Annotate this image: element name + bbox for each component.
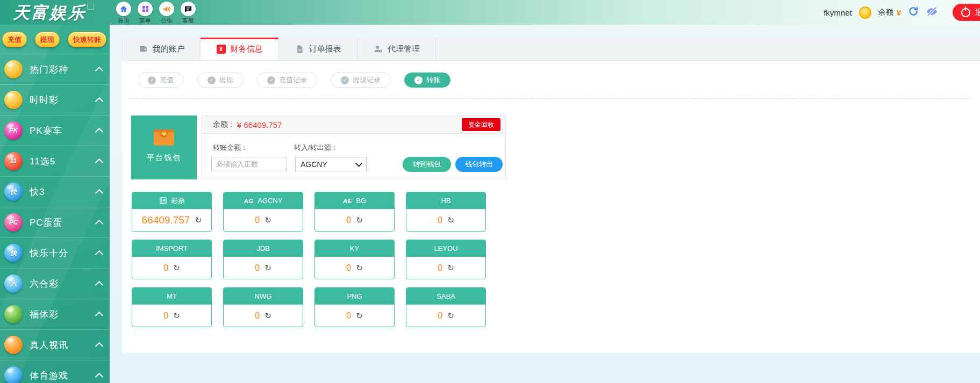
withdraw-button[interactable]: 提现 [35, 32, 60, 47]
wallet-card-jdb: JDB 0 [223, 240, 303, 279]
transfer-panel: 余额： ¥ 66409.757 资金回收 转账金额： 转入/转出源： AGCNY… [202, 115, 506, 179]
refresh-icon[interactable] [447, 215, 454, 225]
check-circle-icon [208, 76, 216, 84]
wallet-card-mt: MT 0 [132, 287, 212, 327]
blue-ball-icon [4, 366, 23, 383]
wallet-cards-grid: 彩票 66409.757 AGAGCNY 0 AEBG 0 HB 0 IMSPO… [132, 192, 486, 327]
blue-ball-icon: 快 [4, 244, 23, 262]
wallet-balance: 0 [438, 215, 442, 225]
wallet-card-lottery: 彩票 66409.757 [132, 192, 212, 232]
agent-icon [373, 44, 383, 54]
check-circle-icon [414, 76, 423, 84]
subtab-withdraw[interactable]: 提现 [197, 73, 244, 88]
transfer-amount-input[interactable] [211, 157, 287, 171]
sidebar-menu: 热门彩种 时时彩 PK PK赛车 11 11选5 快 快3 PC PC蛋蛋 [0, 54, 110, 383]
source-select[interactable]: AGCNY [295, 157, 367, 171]
wallet-balance: 0 [346, 263, 351, 273]
transfer-out-button[interactable]: 钱包转出 [455, 157, 503, 172]
refresh-icon[interactable] [173, 263, 180, 273]
subtab-withdraw-history[interactable]: 提现记录 [331, 73, 391, 88]
sidebar-item-kuaile10[interactable]: 快 快乐十分 [0, 237, 110, 268]
sidebar-item-pc-dandan[interactable]: PC PC蛋蛋 [0, 207, 110, 237]
sidebar-item-11x5[interactable]: 11 11选5 [0, 146, 110, 176]
wallet-icon: ¥ [149, 124, 178, 148]
topbar-account-area: fkymnet 余额 ¥ [824, 0, 938, 25]
blue-ball-icon: 快 [4, 183, 23, 201]
wallet-balance: 0 [255, 263, 260, 273]
sidebar-item-sports[interactable]: 体育游戏 [0, 360, 110, 383]
wallet-balance: 66409.757 [142, 214, 190, 226]
tab-finance-info[interactable]: ¥ 财务信息 [201, 38, 279, 60]
report-icon [295, 45, 304, 54]
refresh-icon[interactable] [356, 263, 363, 273]
wallet-balance: 0 [438, 311, 442, 321]
refresh-balance-icon[interactable] [908, 6, 919, 19]
finance-subtabs: 充值 提现 充值记录 提现记录 转账 [138, 73, 450, 88]
green-ball-icon [4, 305, 23, 323]
sidebar-item-ssc[interactable]: 时时彩 [0, 84, 110, 115]
refresh-icon[interactable] [447, 263, 454, 273]
chevron-up-icon [95, 250, 104, 258]
sidebar-item-kuai3[interactable]: 快 快3 [0, 176, 110, 207]
sidebar-item-hot-lottery[interactable]: 热门彩种 [0, 54, 110, 84]
wallet-card-bg: AEBG 0 [314, 192, 395, 232]
refresh-icon[interactable] [264, 311, 271, 321]
nav-service[interactable]: 客服 [177, 0, 199, 25]
finance-yen-icon: ¥ [217, 45, 226, 54]
deposit-button[interactable]: 充值 [2, 32, 27, 47]
logout-button[interactable]: 退出 [953, 4, 980, 21]
skyblue-ball-icon: 六 [4, 274, 23, 293]
subtab-deposit-history[interactable]: 充值记录 [257, 73, 317, 88]
chevron-up-icon [95, 189, 104, 197]
sidebar-item-futicai[interactable]: 福体彩 [0, 299, 110, 329]
refresh-icon[interactable] [195, 215, 202, 225]
platform-wallet-label: 平台钱包 [131, 153, 197, 163]
eye-off-icon[interactable] [926, 5, 938, 20]
tab-my-account[interactable]: 我的账户 [122, 38, 201, 60]
topbar-nav: 首页 菜单 公告 客服 [113, 0, 199, 25]
refresh-icon[interactable] [173, 311, 180, 321]
recycle-funds-button[interactable]: 资金回收 [462, 118, 500, 131]
nav-menu[interactable]: 菜单 [134, 0, 156, 25]
wallet-card-png: PNG 0 [314, 287, 395, 327]
subtab-transfer[interactable]: 转账 [404, 73, 450, 88]
platform-wallet-tile: ¥ 平台钱包 [131, 115, 197, 179]
orange-ball-icon [4, 336, 23, 354]
dashed-divider [130, 98, 971, 99]
sidebar-item-pk-racing[interactable]: PK PK赛车 [0, 115, 110, 146]
wallet-balance: 0 [255, 215, 260, 225]
logo-seal [87, 3, 94, 10]
subtab-deposit[interactable]: 充值 [138, 73, 184, 88]
coin-icon [859, 6, 871, 19]
sidebar-item-live-video[interactable]: 真人视讯 [0, 329, 110, 360]
chevron-up-icon [95, 158, 104, 167]
wallet-balance: 0 [163, 263, 168, 273]
transfer-to-wallet-button[interactable]: 转到钱包 [403, 157, 451, 172]
list-icon [159, 197, 167, 205]
sidebar: 充值 提现 快速转账 热门彩种 时时彩 PK PK赛车 11 11选5 快 快3 [0, 25, 110, 383]
chevron-down-icon [355, 160, 362, 167]
tab-agent-management[interactable]: 代理管理 [357, 38, 436, 60]
nav-home[interactable]: 首页 [113, 0, 134, 25]
topbar: 天富娱乐 首页 菜单 公告 客服 fkymnet [0, 0, 980, 25]
refresh-icon[interactable] [356, 311, 363, 321]
sidebar-item-liuhecai[interactable]: 六 六合彩 [0, 268, 110, 299]
refresh-icon[interactable] [447, 311, 454, 321]
quick-transfer-button[interactable]: 快速转账 [68, 32, 106, 47]
refresh-icon[interactable] [264, 215, 271, 225]
nav-announcement[interactable]: 公告 [156, 0, 177, 25]
refresh-icon[interactable] [264, 263, 271, 273]
wallet-balance: 0 [346, 215, 351, 225]
balance-value: ¥ 66409.757 [237, 120, 282, 129]
wallet-balance: 0 [438, 263, 442, 273]
menu-icon [138, 2, 153, 16]
chevron-up-icon [95, 97, 104, 105]
sidebar-quick-buttons: 充值 提现 快速转账 [2, 32, 106, 47]
wallet-balance: 0 [255, 311, 260, 321]
refresh-icon[interactable] [356, 215, 363, 225]
wallet-icon [138, 44, 148, 54]
wallet-card-agcny: AGAGCNY 0 [223, 192, 303, 232]
main-tabbar: 我的账户 ¥ 财务信息 订单报表 代理管理 [122, 38, 980, 61]
balance-label: 余额： [213, 120, 235, 129]
tab-order-report[interactable]: 订单报表 [279, 38, 357, 60]
